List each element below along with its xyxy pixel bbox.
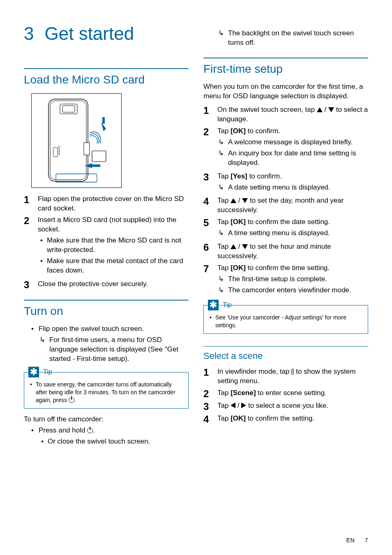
svg-rect-4 (62, 106, 75, 112)
step: 5 Tap [OK] to confirm the date setting. … (203, 217, 368, 240)
triangle-right-icon (241, 402, 246, 408)
subsection-heading-select-scene: Select a scene (203, 346, 368, 361)
intro-text: When you turn on the camcorder for the f… (203, 82, 368, 101)
step: 3 Tap / to select a scene you like. (203, 401, 368, 412)
section-heading-turn-on: Turn on (24, 300, 189, 318)
turn-off-heading: To turn off the camcorder: (24, 415, 189, 423)
result: The backlight on the swivel touch screen… (217, 29, 368, 48)
svg-rect-11 (56, 174, 97, 182)
result-list: The backlight on the swivel touch screen… (203, 29, 368, 48)
footer-lang: EN (346, 537, 355, 543)
bullets-turn-on: Flip open the swivel touch screen. For f… (24, 324, 189, 364)
bullets-turn-off: Press and hold . Or close the swivel tou… (24, 426, 189, 446)
svg-rect-0 (32, 93, 122, 187)
page-footer: EN 7 (346, 537, 368, 543)
result: The first-time setup is complete. (217, 275, 368, 284)
svg-rect-2 (50, 101, 86, 180)
step-text: Close the protective cover securely. (38, 280, 148, 288)
step: 2 Insert a Micro SD card (not supplied) … (24, 215, 189, 277)
result-list: For first-time users, a menu for OSD lan… (39, 335, 189, 364)
result: A date setting menu is displayed. (217, 183, 368, 192)
svg-rect-1 (48, 99, 88, 181)
power-icon (69, 397, 74, 403)
chapter-title: Get started (44, 23, 134, 44)
bullet: Or close the swivel touch screen. (39, 437, 189, 446)
step: 1 Flap open the protective cover on the … (24, 194, 189, 213)
step: 3 Tap [Yes] to confirm. A date setting m… (203, 172, 368, 194)
triangle-up-icon (317, 107, 323, 112)
bullet: Make sure that the metal contact of the … (38, 257, 189, 275)
step-text: Flap open the protective cover on the Mi… (38, 195, 184, 212)
step: 1 On the swivel touch screen, tap / to s… (203, 105, 368, 124)
tip-text: See 'Use your camcorder - Adjust setting… (209, 314, 363, 329)
result: A time setting menu is displayed. (217, 229, 368, 238)
bullet: Make sure that the the Micro SD card is … (38, 236, 189, 255)
tip-label: Tip (223, 301, 232, 309)
figure-sd-card: PHILIPS (31, 93, 189, 188)
bullet: Flip open the swivel touch screen. For f… (24, 324, 189, 364)
triangle-up-icon (231, 198, 236, 203)
triangle-up-icon (231, 244, 236, 249)
svg-text:PHILIPS: PHILIPS (58, 146, 60, 155)
chapter-heading: 3Get started (24, 24, 189, 44)
triangle-left-icon (231, 402, 235, 408)
footer-page-number: 7 (365, 537, 368, 543)
svg-rect-8 (92, 164, 100, 167)
result: The camcorder enters viewfinder mode. (217, 286, 368, 295)
result: A welcome message is displayed briefly. (217, 138, 368, 147)
section-heading-load-sd: Load the Micro SD card (24, 68, 189, 86)
tip-box: ✱ Tip To save energy, the camcorder turn… (24, 372, 189, 409)
svg-rect-9 (53, 148, 58, 157)
triangle-down-icon (328, 107, 334, 112)
steps-load-sd: 1 Flap open the protective cover on the … (24, 194, 189, 290)
steps-select-scene: 1 In viewfinder mode, tap to show the sy… (203, 367, 368, 424)
triangle-down-icon (242, 244, 248, 249)
step: 4 Tap [OK] to confirm the setting. (203, 414, 368, 424)
steps-first-time: 1 On the swivel touch screen, tap / to s… (203, 105, 368, 297)
menu-icon (291, 369, 294, 375)
tip-label: Tip (43, 368, 52, 376)
step: 2 Tap [OK] to confirm. A welcome message… (203, 127, 368, 169)
result: For first-time users, a menu for OSD lan… (39, 335, 189, 364)
tip-box: ✱ Tip See 'Use your camcorder - Adjust s… (203, 305, 368, 334)
chapter-number: 3 (24, 23, 34, 44)
triangle-down-icon (242, 198, 248, 203)
tip-icon: ✱ (28, 367, 39, 377)
section-heading-first-time: First-time setup (203, 58, 368, 76)
bullet: Press and hold . Or close the swivel tou… (24, 426, 189, 446)
sub-bullets: Or close the swivel touch screen. (39, 437, 189, 446)
svg-rect-7 (92, 151, 106, 162)
svg-rect-6 (102, 117, 105, 124)
svg-rect-5 (84, 143, 90, 155)
sub-bullets: Make sure that the the Micro SD card is … (38, 236, 189, 275)
tip-text: To save energy, the camcorder turns off … (29, 381, 183, 404)
step: 6 Tap / to set the hour and minute succe… (203, 242, 368, 261)
tip-icon: ✱ (208, 300, 219, 310)
step: 2 Tap [Scene] to enter scene setting. (203, 388, 368, 399)
step: 1 In viewfinder mode, tap to show the sy… (203, 367, 368, 386)
step: 4 Tap / to set the day, month and year s… (203, 196, 368, 215)
step-text: Insert a Micro SD card (not supplied) in… (38, 216, 176, 233)
step: 7 Tap [OK] to confirm the time setting. … (203, 264, 368, 297)
step: 3 Close the protective cover securely. (24, 280, 189, 290)
result: An inquiry box for date and time setting… (217, 149, 368, 168)
power-icon (87, 428, 93, 433)
